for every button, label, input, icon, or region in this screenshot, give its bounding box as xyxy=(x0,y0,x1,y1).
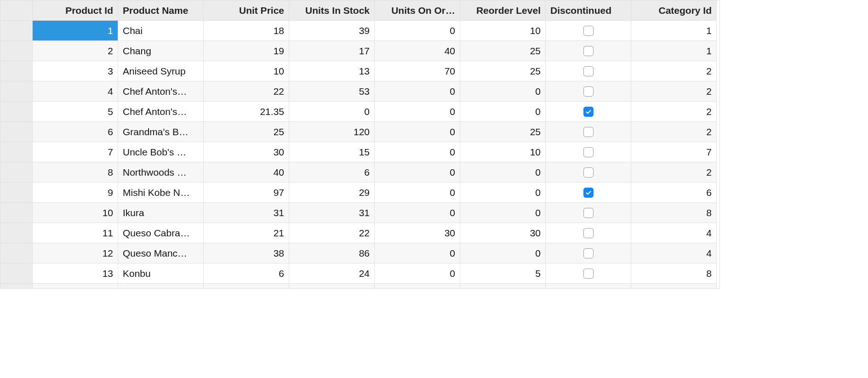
cell-product_id[interactable]: 10 xyxy=(33,203,118,223)
cell-units_on_order[interactable]: 0 xyxy=(375,81,460,102)
cell-unit_price[interactable]: 10 xyxy=(204,61,289,81)
column-header-reorder_level[interactable]: Reorder Level xyxy=(460,0,546,21)
row-header[interactable] xyxy=(0,223,33,243)
cell-discontinued[interactable] xyxy=(546,243,631,263)
cell-product_id[interactable]: 5 xyxy=(33,102,118,122)
cell-product_name[interactable]: Konbu xyxy=(118,263,204,284)
cell-reorder_level[interactable]: 10 xyxy=(460,21,546,41)
row-header[interactable] xyxy=(0,263,33,284)
cell-unit_price[interactable]: 30 xyxy=(204,142,289,162)
cell-unit_price[interactable]: 21.35 xyxy=(204,102,289,122)
cell-units_on_order[interactable]: 0 xyxy=(375,21,460,41)
cell-unit_price[interactable]: 38 xyxy=(204,243,289,263)
cell-unit_price[interactable]: 21 xyxy=(204,223,289,243)
cell-discontinued[interactable] xyxy=(546,183,631,203)
cell-product_name[interactable]: Mishi Kobe N… xyxy=(118,183,204,203)
cell-product_name[interactable]: Chang xyxy=(118,41,204,61)
cell-units_in_stock[interactable]: 120 xyxy=(289,122,375,142)
cell-product_id[interactable]: 12 xyxy=(33,243,118,263)
cell-units_on_order[interactable]: 0 xyxy=(375,263,460,284)
cell-discontinued[interactable] xyxy=(546,102,631,122)
discontinued-checkbox[interactable] xyxy=(583,46,594,56)
cell-reorder_level[interactable]: 0 xyxy=(460,81,546,102)
row-header[interactable] xyxy=(0,21,33,41)
cell-units_in_stock[interactable]: 86 xyxy=(289,243,375,263)
cell-discontinued[interactable] xyxy=(546,21,631,41)
cell-product_name[interactable]: Grandma's B… xyxy=(118,122,204,142)
row-header[interactable] xyxy=(0,61,33,81)
cell-reorder_level[interactable]: 25 xyxy=(460,122,546,142)
row-header[interactable] xyxy=(0,102,33,122)
cell-product_name[interactable]: Queso Cabra… xyxy=(118,223,204,243)
cell-product_name[interactable]: Northwoods … xyxy=(118,162,204,183)
cell-units_in_stock[interactable]: 0 xyxy=(289,102,375,122)
discontinued-checkbox[interactable] xyxy=(583,188,594,198)
cell-category_id[interactable]: 2 xyxy=(631,81,717,102)
cell-units_on_order[interactable]: 0 xyxy=(375,162,460,183)
cell-product_id[interactable]: 7 xyxy=(33,142,118,162)
discontinued-checkbox[interactable] xyxy=(583,66,594,76)
cell-units_in_stock[interactable]: 31 xyxy=(289,203,375,223)
cell-units_on_order[interactable]: 0 xyxy=(375,102,460,122)
cell-category_id[interactable]: 4 xyxy=(631,223,717,243)
cell-unit_price[interactable]: 97 xyxy=(204,183,289,203)
cell-product_id[interactable]: 4 xyxy=(33,81,118,102)
cell-units_in_stock[interactable]: 6 xyxy=(289,162,375,183)
cell-product_name[interactable]: Ikura xyxy=(118,203,204,223)
cell-product_id[interactable]: 9 xyxy=(33,183,118,203)
discontinued-checkbox[interactable] xyxy=(583,107,594,117)
cell-unit_price[interactable]: 18 xyxy=(204,21,289,41)
cell-reorder_level[interactable]: 0 xyxy=(460,243,546,263)
cell-category_id[interactable]: 2 xyxy=(631,61,717,81)
row-header[interactable] xyxy=(0,203,33,223)
cell-category_id[interactable]: 2 xyxy=(631,102,717,122)
cell-category_id[interactable]: 1 xyxy=(631,41,717,61)
cell-product_name[interactable]: Chef Anton's… xyxy=(118,81,204,102)
column-header-units_in_stock[interactable]: Units In Stock xyxy=(289,0,375,21)
cell-category_id[interactable]: 2 xyxy=(631,162,717,183)
cell-category_id[interactable]: 1 xyxy=(631,21,717,41)
discontinued-checkbox[interactable] xyxy=(583,127,594,137)
cell-reorder_level[interactable]: 25 xyxy=(460,61,546,81)
cell-category_id[interactable]: 7 xyxy=(631,142,717,162)
discontinued-checkbox[interactable] xyxy=(583,248,594,258)
cell-product_id[interactable]: 2 xyxy=(33,41,118,61)
cell-product_id[interactable]: 8 xyxy=(33,162,118,183)
column-header-product_id[interactable]: Product Id xyxy=(33,0,118,21)
cell-unit_price[interactable]: 31 xyxy=(204,203,289,223)
column-header-discontinued[interactable]: Discontinued xyxy=(546,0,631,21)
cell-unit_price[interactable]: 19 xyxy=(204,41,289,61)
cell-reorder_level[interactable]: 25 xyxy=(460,41,546,61)
cell-units_in_stock[interactable]: 13 xyxy=(289,61,375,81)
cell-units_in_stock[interactable]: 22 xyxy=(289,223,375,243)
row-header[interactable] xyxy=(0,142,33,162)
cell-discontinued[interactable] xyxy=(546,223,631,243)
cell-units_on_order[interactable]: 30 xyxy=(375,223,460,243)
cell-unit_price[interactable]: 22 xyxy=(204,81,289,102)
cell-discontinued[interactable] xyxy=(546,61,631,81)
cell-units_on_order[interactable]: 0 xyxy=(375,142,460,162)
cell-product_id[interactable]: 3 xyxy=(33,61,118,81)
row-header[interactable] xyxy=(0,183,33,203)
discontinued-checkbox[interactable] xyxy=(583,86,594,97)
cell-units_on_order[interactable]: 0 xyxy=(375,243,460,263)
cell-product_name[interactable]: Uncle Bob's … xyxy=(118,142,204,162)
cell-reorder_level[interactable]: 30 xyxy=(460,223,546,243)
cell-units_on_order[interactable]: 0 xyxy=(375,122,460,142)
row-header[interactable] xyxy=(0,122,33,142)
cell-reorder_level[interactable]: 5 xyxy=(460,263,546,284)
cell-category_id[interactable]: 6 xyxy=(631,183,717,203)
cell-units_in_stock[interactable]: 15 xyxy=(289,142,375,162)
discontinued-checkbox[interactable] xyxy=(583,26,594,36)
cell-units_on_order[interactable]: 70 xyxy=(375,61,460,81)
cell-units_in_stock[interactable]: 29 xyxy=(289,183,375,203)
column-header-unit_price[interactable]: Unit Price xyxy=(204,0,289,21)
cell-discontinued[interactable] xyxy=(546,122,631,142)
cell-reorder_level[interactable]: 0 xyxy=(460,183,546,203)
discontinued-checkbox[interactable] xyxy=(583,228,594,238)
cell-units_in_stock[interactable]: 24 xyxy=(289,263,375,284)
cell-reorder_level[interactable]: 0 xyxy=(460,162,546,183)
discontinued-checkbox[interactable] xyxy=(583,167,594,178)
cell-units_on_order[interactable]: 0 xyxy=(375,203,460,223)
cell-discontinued[interactable] xyxy=(546,142,631,162)
